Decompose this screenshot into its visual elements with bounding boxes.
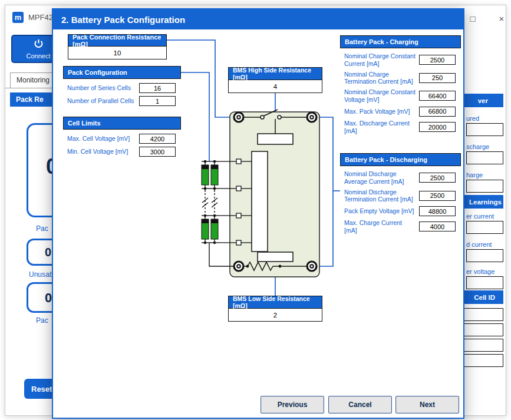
series-cells-label: Number of Series Cells <box>67 84 139 92</box>
discharge-label: scharge <box>466 143 489 150</box>
nominal-charge-constant-voltage-input[interactable] <box>419 91 456 101</box>
form-row: Nominal Charge Constant Voltage [mV] <box>344 88 456 104</box>
max-cell-voltage-label: Max. Cell Voltage [mV] <box>67 135 139 143</box>
discharge-field[interactable] <box>466 151 503 164</box>
gauge-caption-1: Pac <box>36 224 48 233</box>
bms-low-side-group: BMS Low Side Resistance [mΩ] <box>228 296 322 322</box>
tab-monitoring[interactable]: Monitoring <box>10 72 56 88</box>
dialog-content: Pack Connection Resistance [mΩ] Pack Con… <box>53 29 463 418</box>
gauge-value-3: 0 <box>45 290 52 306</box>
pack-empty-voltage-input[interactable] <box>419 206 456 216</box>
nominal-discharge-termination-current-label: Nominal Discharge Termination Current [m… <box>344 188 419 204</box>
bms-high-side-resistance-input[interactable] <box>228 80 322 93</box>
form-row: Max. Discharge Current [mA] <box>344 120 456 135</box>
max-discharge-current-label: Max. Discharge Current [mA] <box>344 120 419 135</box>
form-row: Nominal Discharge Average Current [mA] <box>344 170 456 186</box>
er-current-label: er current <box>466 213 494 220</box>
gauge-caption-3: Pac <box>36 316 48 325</box>
max-discharge-current-input[interactable] <box>419 122 456 132</box>
bms-low-side-resistance-input[interactable] <box>228 309 322 322</box>
gauge-value-2: 0 <box>45 246 51 259</box>
max-charge-current-input[interactable] <box>419 221 456 232</box>
charging-panel-header: Battery Pack - Charging <box>340 35 461 48</box>
parallel-cells-label: Number of Parallel Cells <box>67 97 139 105</box>
min-cell-voltage-label: Min. Cell Voltage [mV] <box>67 148 139 156</box>
form-row: Nominal Charge Constant Current [mA] <box>344 52 456 68</box>
bms-high-side-group: BMS High Side Resistance [mΩ] <box>228 67 322 93</box>
previous-button[interactable]: Previous <box>261 396 324 414</box>
connect-button-label: Connect <box>27 52 51 59</box>
min-cell-voltage-input[interactable] <box>139 147 176 157</box>
form-row: Min. Cell Voltage [mV] <box>67 147 176 157</box>
cell-limits-header: Cell Limits <box>63 117 181 130</box>
cancel-button[interactable]: Cancel <box>328 396 392 414</box>
er-voltage-field[interactable] <box>466 276 503 289</box>
form-row: Number of Parallel Cells <box>67 96 176 106</box>
battery-cells-icon <box>202 160 233 266</box>
pack-connection-resistance-input[interactable] <box>68 47 167 59</box>
max-pack-voltage-label: Max. Pack Voltage [mV] <box>344 108 419 115</box>
form-row: Pack Empty Voltage [mV] <box>344 206 456 216</box>
pack-empty-voltage-label: Pack Empty Voltage [mV] <box>344 207 419 215</box>
form-row: Max. Cell Voltage [mV] <box>67 134 176 144</box>
nominal-discharge-average-current-label: Nominal Discharge Average Current [mA] <box>344 170 419 186</box>
measured-label: ured <box>466 115 479 122</box>
nominal-charge-termination-current-label: Nominal Charge Termination Current [mA] <box>344 71 419 86</box>
pack-connection-resistance-group: Pack Connection Resistance [mΩ] <box>68 34 167 59</box>
charge-label: harge <box>466 171 483 178</box>
nominal-charge-constant-current-label: Nominal Charge Constant Current [mA] <box>344 52 419 68</box>
form-row: Max. Charge Current [mA] <box>344 219 456 234</box>
nominal-charge-termination-current-input[interactable] <box>419 73 456 83</box>
nominal-charge-constant-current-input[interactable] <box>419 55 456 65</box>
discharging-panel: Battery Pack - Discharging Nominal Disch… <box>340 153 461 234</box>
nominal-discharge-termination-current-input[interactable] <box>419 191 456 201</box>
form-row: Nominal Charge Termination Current [mA] <box>344 71 456 86</box>
d-current-label: d current <box>466 241 492 248</box>
parallel-cells-input[interactable] <box>139 96 176 106</box>
form-row: Number of Series Cells <box>67 83 176 93</box>
bms-high-side-label: BMS High Side Resistance [mΩ] <box>228 67 322 80</box>
form-row: Max. Pack Voltage [mV] <box>344 107 456 117</box>
series-cells-input[interactable] <box>139 83 176 93</box>
max-cell-voltage-input[interactable] <box>139 134 176 144</box>
maximize-button[interactable]: □ <box>464 11 481 25</box>
cell-limits-panel: Cell Limits Max. Cell Voltage [mV] Min. … <box>63 117 181 157</box>
bms-low-side-label: BMS Low Side Resistance [mΩ] <box>228 296 322 309</box>
er-current-field[interactable] <box>466 221 503 234</box>
gauge-caption-2: Unusabl <box>29 270 55 279</box>
pack-connection-resistance-label: Pack Connection Resistance [mΩ] <box>68 34 167 47</box>
nominal-charge-constant-voltage-label: Nominal Charge Constant Voltage [mV] <box>344 88 419 104</box>
bms-ic <box>252 151 268 252</box>
measured-field[interactable] <box>466 123 503 136</box>
desktop: m MPF4279 □ × Connect Monitoring Pack Re… <box>0 0 511 420</box>
power-icon <box>34 39 44 51</box>
max-pack-voltage-input[interactable] <box>419 107 456 117</box>
charge-field[interactable] <box>466 180 503 193</box>
next-button[interactable]: Next <box>395 396 459 414</box>
pack-configuration-header: Pack Configuration <box>63 66 181 79</box>
dialog-title: 2. Battery Pack Configuration <box>53 9 463 29</box>
discharging-panel-header: Battery Pack - Discharging <box>340 153 461 166</box>
charging-panel: Battery Pack - Charging Nominal Charge C… <box>340 35 461 134</box>
battery-pack-configuration-dialog: 2. Battery Pack Configuration <box>52 8 464 419</box>
close-button[interactable]: × <box>493 11 510 25</box>
d-current-field[interactable] <box>466 249 503 262</box>
pack-configuration-panel: Pack Configuration Number of Series Cell… <box>63 66 181 106</box>
form-row: Nominal Discharge Termination Current [m… <box>344 188 456 204</box>
nominal-discharge-average-current-input[interactable] <box>419 173 456 183</box>
er-voltage-label: er voltage <box>466 268 494 275</box>
tabstrip-divider <box>5 88 54 88</box>
app-logo-icon: m <box>12 12 24 23</box>
max-charge-current-label: Max. Charge Current [mA] <box>344 219 419 234</box>
fuse-icon <box>258 134 293 144</box>
